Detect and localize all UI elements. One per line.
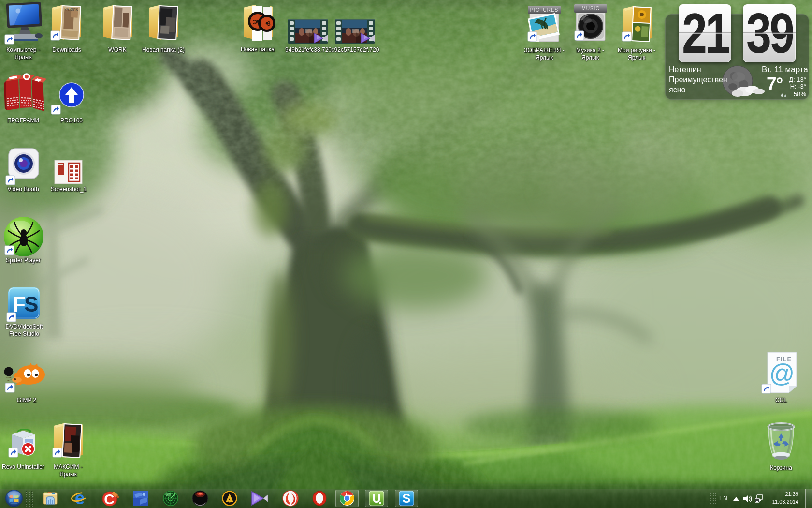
svg-text:S: S	[24, 292, 38, 316]
svg-text:VARICK: VARICK	[64, 7, 78, 12]
svg-text:@: @	[769, 359, 795, 387]
svg-text:MUSIC: MUSIC	[581, 6, 599, 11]
svg-text:З: З	[267, 20, 271, 27]
svg-text:S: S	[402, 491, 410, 506]
svg-text:PICTURES: PICTURES	[530, 7, 559, 13]
svg-text:Э: Э	[252, 18, 257, 26]
